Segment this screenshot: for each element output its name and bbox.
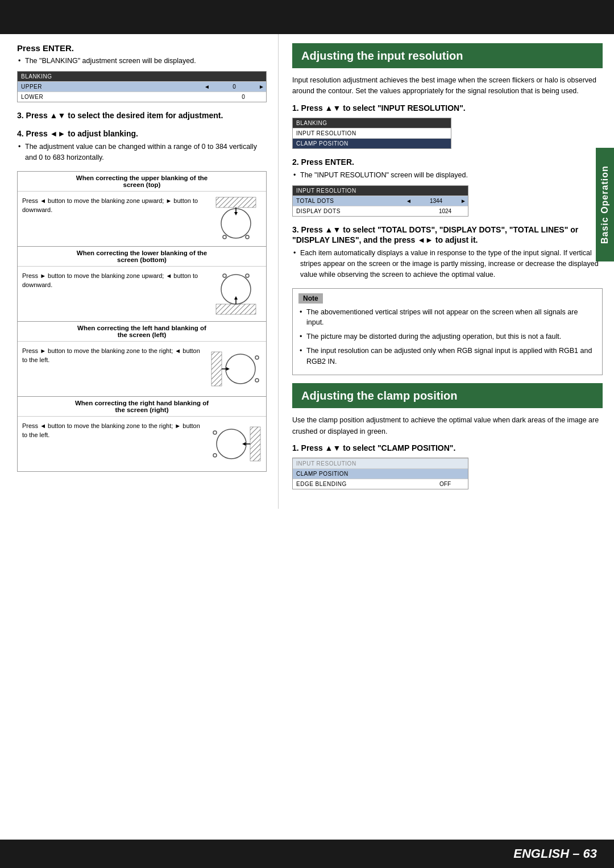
svg-point-18: [255, 379, 259, 382]
osd-row-clamp-pos: CLAMP POSITION: [293, 138, 451, 148]
illus-upper-header: When correcting the upper blanking of th…: [18, 172, 266, 192]
osd-row-display-dots: DISPLAY DOTS 1024: [293, 206, 468, 216]
top-header: [0, 0, 614, 34]
osd-blanking2-header: BLANKING: [293, 118, 451, 128]
illus-lower-header: When correcting the lower blanking of th…: [18, 247, 266, 267]
svg-point-3: [223, 235, 226, 239]
step2-block: Press ENTER. The "BLANKING" adjustment s…: [17, 43, 267, 102]
illus-upper: When correcting the upper blanking of th…: [18, 172, 266, 247]
svg-point-22: [217, 429, 246, 459]
illus-left: When correcting the left hand blanking o…: [18, 322, 266, 397]
illus-lower: When correcting the lower blanking of th…: [18, 247, 266, 322]
illus-upper-text: Press ◄ button to move the blanking zone…: [22, 196, 205, 242]
svg-point-17: [255, 356, 259, 359]
osd-label-upper: UPPER: [18, 82, 202, 92]
illus-left-header: When correcting the left hand blanking o…: [18, 322, 266, 342]
right-step4-block: 1. Press ▲▼ to select "CLAMP POSITION". …: [292, 443, 603, 489]
osd-row-lower: LOWER 0: [18, 92, 266, 102]
osd-row-input-res2: INPUT RESOLUTION: [293, 458, 468, 468]
osd-input-res: INPUT RESOLUTION TOTAL DOTS ◄ 1344 ► DIS…: [292, 185, 468, 217]
step2-title: Press ENTER.: [17, 43, 267, 53]
osd-value-total-dots: 1344: [413, 196, 459, 206]
illus-right-body: Press ◄ button to move the blanking zone…: [18, 417, 266, 471]
section1-heading: Adjusting the input resolution: [292, 43, 603, 68]
illus-upper-body: Press ◄ button to move the blanking zone…: [18, 192, 266, 246]
illus-left-body: Press ► button to move the blanking zone…: [18, 342, 266, 396]
svg-rect-9: [216, 304, 256, 314]
right-step2-title: 2. Press ENTER.: [292, 157, 603, 167]
right-step3-title: 3. Press ▲▼ to select "TOTAL DOTS", "DIS…: [292, 225, 603, 245]
svg-marker-13: [234, 296, 238, 300]
illus-left-diagram: [210, 346, 262, 392]
illus-right-diagram: [210, 421, 262, 467]
osd-label-display-dots: DISPLAY DOTS: [293, 206, 422, 216]
right-step4-title: 1. Press ▲▼ to select "CLAMP POSITION".: [292, 443, 603, 453]
osd-row-upper: UPPER ◄ 0 ►: [18, 81, 266, 92]
osd-label-edge-blending: EDGE BLENDING: [293, 479, 422, 489]
svg-point-11: [246, 274, 249, 277]
illus-right-header: When correcting the right hand blanking …: [18, 397, 266, 417]
osd-value-display-dots: 1024: [422, 206, 468, 216]
osd-arrow-right-td: ►: [459, 198, 468, 204]
note-bullet-3: The input resolution can be adjusted onl…: [298, 346, 596, 367]
osd-label-input-res2: INPUT RESOLUTION: [293, 459, 468, 468]
illus-upper-diagram: [210, 196, 262, 242]
step4-bullet: The adjustment value can be changed with…: [17, 142, 267, 163]
note-bullet-1: The abovementioned vertical stripes will…: [298, 307, 596, 329]
svg-marker-6: [234, 212, 238, 215]
osd-label-lower: LOWER: [18, 92, 221, 102]
svg-point-25: [213, 454, 217, 457]
note-label: Note: [298, 293, 323, 304]
footer-text: ENGLISH – 63: [513, 846, 597, 861]
osd-value-upper: 0: [211, 82, 257, 92]
side-tab: Basic Operation: [596, 148, 614, 261]
svg-point-4: [246, 235, 249, 239]
section2-body: Use the clamp position adjustment to ach…: [292, 415, 603, 437]
osd-blanking1-header: BLANKING: [18, 72, 266, 81]
right-step1-title: 1. Press ▲▼ to select "INPUT RESOLUTION"…: [292, 103, 603, 113]
illus-right-text: Press ◄ button to move the blanking zone…: [22, 421, 205, 467]
osd-label-total-dots: TOTAL DOTS: [293, 196, 404, 206]
osd-value-edge-blending: OFF: [422, 479, 468, 489]
section2-heading: Adjusting the clamp position: [292, 383, 603, 408]
illus-lower-body: Press ► button to move the blanking zone…: [18, 267, 266, 321]
illus-left-text: Press ► button to move the blanking zone…: [22, 346, 205, 392]
osd-clamp: INPUT RESOLUTION CLAMP POSITION EDGE BLE…: [292, 458, 468, 489]
illus-lower-diagram: [210, 271, 262, 317]
osd-label-clamp-pos2: CLAMP POSITION: [293, 469, 468, 479]
osd-label-clamp-pos: CLAMP POSITION: [293, 139, 451, 148]
svg-rect-0: [216, 197, 256, 207]
left-column: Press ENTER. The "BLANKING" adjustment s…: [0, 34, 279, 509]
osd-row-input-res: INPUT RESOLUTION: [293, 128, 451, 138]
osd-arrow-left-td: ◄: [404, 198, 413, 204]
osd-blanking2: BLANKING INPUT RESOLUTION CLAMP POSITION: [292, 118, 451, 149]
step4-title: 4. Press ◄► to adjust blanking.: [17, 128, 267, 139]
illustrations: When correcting the upper blanking of th…: [17, 171, 267, 472]
osd-label-input-res: INPUT RESOLUTION: [293, 128, 451, 138]
osd-blanking1: BLANKING UPPER ◄ 0 ► LOWER 0: [17, 71, 267, 102]
note-box: Note The abovementioned vertical stripes…: [292, 288, 603, 376]
step2-bullet: The "BLANKING" adjustment screen will be…: [17, 56, 267, 67]
right-column: Basic Operation Adjusting the input reso…: [279, 34, 614, 509]
footer: ENGLISH – 63: [0, 840, 614, 868]
osd-input-res-header: INPUT RESOLUTION: [293, 186, 468, 196]
right-step3-block: 3. Press ▲▼ to select "TOTAL DOTS", "DIS…: [292, 225, 603, 280]
osd-row-total-dots: TOTAL DOTS ◄ 1344 ►: [293, 196, 468, 206]
right-step2-bullet: The "INPUT RESOLUTION" screen will be di…: [292, 170, 603, 181]
svg-point-24: [213, 431, 217, 434]
right-step3-bullet: Each item automatically displays a value…: [292, 248, 603, 280]
svg-rect-23: [250, 427, 260, 461]
svg-marker-20: [226, 367, 230, 371]
illus-lower-text: Press ► button to move the blanking zone…: [22, 271, 205, 317]
osd-arrow-left-upper: ◄: [202, 84, 211, 90]
svg-rect-15: [211, 352, 222, 386]
right-step1-block: 1. Press ▲▼ to select "INPUT RESOLUTION"…: [292, 103, 603, 149]
step3-block: 3. Press ▲▼ to select the desired item f…: [17, 110, 267, 121]
right-step2-block: 2. Press ENTER. The "INPUT RESOLUTION" s…: [292, 157, 603, 217]
svg-marker-27: [242, 442, 246, 446]
osd-row-clamp-pos2: CLAMP POSITION: [293, 468, 468, 479]
osd-value-lower: 0: [221, 92, 266, 102]
step3-title: 3. Press ▲▼ to select the desired item f…: [17, 110, 267, 121]
step4-block: 4. Press ◄► to adjust blanking. The adju…: [17, 128, 267, 163]
svg-point-10: [223, 274, 226, 277]
